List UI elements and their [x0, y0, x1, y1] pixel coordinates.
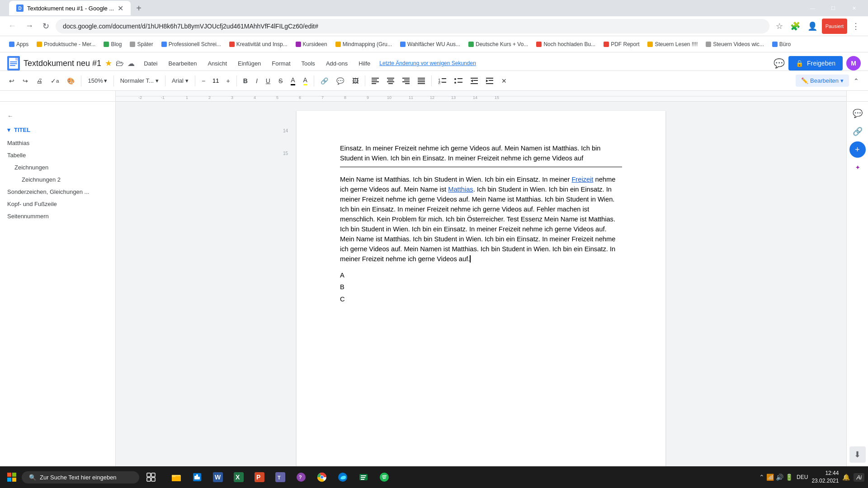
bookmark-pdf-report[interactable]: PDF Report	[600, 39, 643, 49]
bookmark-spaeter[interactable]: Später	[126, 39, 156, 49]
doc-link-freizeit[interactable]: Freizeit	[571, 176, 593, 183]
menu-tools[interactable]: Tools	[296, 56, 321, 70]
menu-hilfe[interactable]: Hilfe	[353, 56, 376, 70]
minimize-button[interactable]: —	[802, 0, 823, 16]
profile-button[interactable]: 👤	[805, 19, 820, 34]
print-button[interactable]: 🖨	[33, 75, 46, 87]
taskbar-files[interactable]	[354, 467, 373, 487]
sidebar-back-button[interactable]: ←	[0, 109, 115, 123]
show-hidden-icons-button[interactable]: ⌃	[759, 474, 764, 481]
close-button[interactable]: ✕	[844, 0, 864, 16]
task-view-button[interactable]	[141, 467, 161, 487]
right-sidebar-ai-button[interactable]: ✦	[849, 160, 866, 176]
refresh-button[interactable]: ↻	[40, 19, 52, 34]
bookmark-apps[interactable]: Apps	[5, 39, 32, 49]
taskbar-app-unknown[interactable]: ?	[291, 467, 311, 487]
right-sidebar-scroll-down-button[interactable]: ⬇	[849, 446, 866, 463]
taskbar-manager[interactable]	[187, 467, 207, 487]
bookmark-kursideen[interactable]: Kursideen	[292, 39, 331, 49]
gdocs-comment-button[interactable]: 💬	[774, 58, 785, 69]
new-tab-button[interactable]: +	[132, 1, 145, 15]
gdocs-title[interactable]: Textdokument neu #1	[24, 59, 101, 68]
network-icon[interactable]: 📶	[766, 474, 774, 481]
font-size-increase-button[interactable]: +	[223, 75, 234, 87]
style-dropdown[interactable]: Normaler T... ▾	[117, 75, 162, 86]
bookmark-steuern-lesen[interactable]: Steuern Lesen !!!!	[644, 39, 701, 49]
taskbar-edge[interactable]	[333, 467, 353, 487]
link-button[interactable]: 🔗	[317, 75, 332, 87]
taskbar-excel[interactable]: X	[229, 467, 249, 487]
menu-addons[interactable]: Add-ons	[321, 56, 353, 70]
pause-button[interactable]: Pausiert	[822, 19, 847, 34]
bearbeiten-button[interactable]: ✏️ Bearbeiten ▾	[796, 75, 849, 87]
gdocs-freigeben-button[interactable]: 🔒 Freigeben	[788, 56, 843, 70]
bookmark-deutsche-kurs[interactable]: Deutsche Kurs + Vo...	[465, 39, 532, 49]
browser-tab[interactable]: D Textdokument neu #1 - Google ... ✕	[9, 1, 131, 15]
doc-link-matthias[interactable]: Matthias	[448, 186, 473, 193]
taskbar-spotify[interactable]	[374, 467, 394, 487]
taskbar-search[interactable]: 🔍 Zur Suche Text hier eingeben	[22, 471, 139, 483]
doc-main-paragraph[interactable]: Mein Name ist Matthias. Ich bin Student …	[340, 174, 622, 264]
font-dropdown[interactable]: Arial ▾	[168, 75, 192, 86]
clear-formatting-button[interactable]: ✕	[498, 75, 510, 87]
bookmark-buero[interactable]: Büro	[769, 39, 794, 49]
doc-page[interactable]: Einsatz. In meiner Freizeit nehme ich ge…	[297, 111, 665, 466]
sidebar-item-seitennummern[interactable]: Seitennummern	[0, 210, 115, 222]
taskbar-word[interactable]: W	[208, 467, 228, 487]
tab-close-button[interactable]: ✕	[118, 4, 123, 13]
gdocs-folder-button[interactable]: 🗁	[116, 59, 124, 68]
ai-label[interactable]: Ai	[854, 473, 864, 482]
address-bar[interactable]	[56, 19, 769, 33]
font-size-decrease-button[interactable]: −	[198, 75, 209, 87]
expand-button[interactable]: ⌃	[850, 75, 863, 87]
volume-icon[interactable]: 🔊	[776, 474, 783, 481]
numbered-list-button[interactable]: 1.2.	[434, 75, 450, 87]
sidebar-item-sonderzeichen[interactable]: Sonderzeichen, Gleichungen ...	[0, 186, 115, 198]
bookmark-professionell[interactable]: Professionell Schrei...	[158, 39, 225, 49]
back-button[interactable]: ←	[5, 19, 19, 33]
sidebar-item-titel[interactable]: ▾ TITEL	[0, 123, 115, 137]
more-button[interactable]: ⋮	[849, 19, 863, 34]
bookmark-kreativitaet[interactable]: Kreativität und Insp...	[226, 39, 291, 49]
right-sidebar-link-button[interactable]: 🔗	[849, 123, 866, 140]
italic-button[interactable]: I	[252, 75, 261, 87]
bullet-list-button[interactable]	[451, 75, 466, 87]
decrease-indent-button[interactable]	[467, 75, 481, 87]
text-color-button[interactable]: A	[287, 74, 298, 88]
start-button[interactable]	[4, 469, 20, 485]
highlight-button[interactable]: A	[300, 74, 311, 88]
taskbar-file-explorer[interactable]	[166, 467, 186, 487]
menu-bearbeiten[interactable]: Bearbeiten	[163, 56, 202, 70]
sidebar-item-zeichnungen2[interactable]: Zeichnungen 2	[0, 174, 115, 186]
underline-button[interactable]: U	[262, 75, 274, 87]
taskbar-chrome[interactable]	[312, 467, 332, 487]
strikethrough-button[interactable]: S	[275, 75, 286, 87]
doc-content-wrapper[interactable]: Einsatz. In meiner Freizeit nehme ich ge…	[116, 102, 846, 466]
align-right-button[interactable]	[399, 75, 413, 87]
sidebar-item-kopf-fusszeile[interactable]: Kopf- und Fußzeile	[0, 198, 115, 210]
menu-format[interactable]: Format	[266, 56, 296, 70]
menu-datei[interactable]: Datei	[138, 56, 163, 70]
bookmark-steuern-videos[interactable]: Steuern Videos wic...	[702, 39, 768, 49]
redo-button[interactable]: ↪	[19, 75, 32, 87]
gdocs-avatar[interactable]: M	[846, 56, 861, 70]
sidebar-item-tabelle[interactable]: Tabelle	[0, 149, 115, 161]
comment-button[interactable]: 💬	[333, 75, 348, 87]
gdocs-cloud-button[interactable]: ☁	[127, 59, 135, 68]
zoom-dropdown[interactable]: 150% ▾	[84, 75, 110, 86]
menu-ansicht[interactable]: Ansicht	[202, 56, 232, 70]
notifications-button[interactable]: 🔔	[842, 474, 850, 481]
forward-button[interactable]: →	[23, 19, 36, 33]
gdocs-star-button[interactable]: ★	[105, 58, 112, 68]
right-sidebar-plus-button[interactable]: +	[849, 141, 866, 158]
align-justify-button[interactable]	[414, 75, 429, 87]
taskbar-time-date[interactable]: 12:44 23.02.2021	[811, 469, 839, 485]
paint-format-button[interactable]: 🎨	[63, 75, 78, 87]
sidebar-item-matthias[interactable]: Matthias	[0, 137, 115, 149]
bookmark-noch-hochladen[interactable]: Noch hochladen Bu...	[533, 39, 599, 49]
bookmark-produktsuche[interactable]: Produktsuche - Mer...	[33, 39, 99, 49]
undo-button[interactable]: ↩	[5, 75, 18, 87]
taskbar-powerpoint[interactable]: P	[250, 467, 269, 487]
bookmark-blog[interactable]: Blog	[100, 39, 125, 49]
bookmark-star-button[interactable]: ☆	[773, 19, 786, 34]
